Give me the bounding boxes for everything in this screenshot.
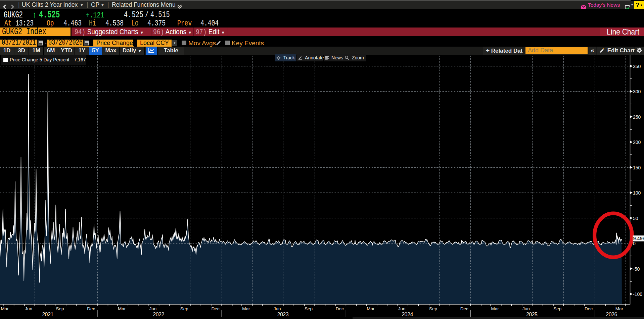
svg-text:Mar: Mar [118,306,126,311]
svg-text:100: 100 [633,190,641,196]
svg-text:Jun: Jun [274,306,281,311]
svg-text:Mar: Mar [367,306,375,311]
svg-text:Sep: Sep [553,306,561,311]
svg-text:350: 350 [633,64,641,69]
svg-text:Dec: Dec [336,306,344,311]
svg-text:Sep: Sep [305,306,313,311]
svg-text:Sep: Sep [180,306,188,311]
svg-text:Mar: Mar [242,306,250,311]
svg-text:-100: -100 [633,291,642,297]
svg-text:Sep: Sep [56,306,64,311]
svg-text:Dec: Dec [585,306,593,311]
svg-text:2021: 2021 [42,312,53,317]
svg-text:9.499: 9.499 [633,236,644,241]
svg-text:Dec: Dec [211,306,219,311]
svg-text:150: 150 [633,165,641,170]
svg-text:Sep: Sep [429,306,437,311]
svg-text:Jun: Jun [149,306,157,311]
svg-text:250: 250 [633,114,641,120]
svg-text:300: 300 [633,89,641,94]
svg-text:2024: 2024 [402,312,413,317]
svg-text:Jun: Jun [398,306,406,311]
svg-text:2025: 2025 [526,312,538,317]
svg-text:Dec: Dec [87,306,95,311]
svg-text:2026: 2026 [606,312,617,317]
svg-text:Mar: Mar [491,306,499,311]
svg-text:Jun: Jun [522,306,530,311]
svg-text:2022: 2022 [153,312,164,317]
svg-text:Dec: Dec [460,306,468,311]
svg-text:Mar: Mar [1,306,9,311]
svg-text:-50: -50 [633,266,640,272]
svg-text:200: 200 [633,140,641,145]
svg-text:2023: 2023 [277,312,289,317]
svg-text:Jun: Jun [25,306,32,311]
svg-text:50: 50 [633,216,638,221]
svg-text:Mar: Mar [615,306,624,311]
svg-text:0: 0 [633,241,636,246]
